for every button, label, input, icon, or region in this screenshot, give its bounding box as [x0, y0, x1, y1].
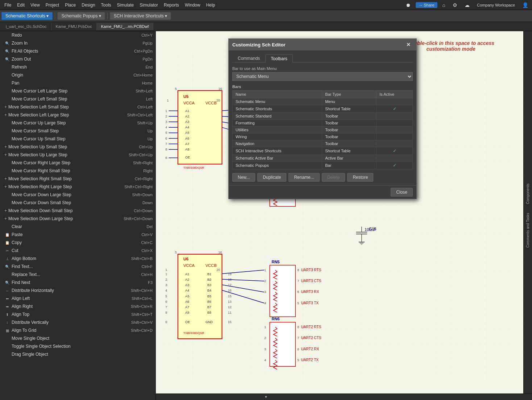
menu-icon: ➡ — [4, 305, 10, 309]
shortcuts-button[interactable]: Schematic Shortcuts ▾ — [1, 12, 53, 20]
menu-row[interactable]: Move Cursor Right Large Step Shift+Right — [0, 159, 155, 167]
menu-row[interactable]: + Move Selection Up Small Step Ctrl+Up — [0, 143, 155, 151]
svg-rect-134 — [270, 322, 295, 367]
menu-row[interactable]: 🔍 Fit All Objects Ctrl+PgDn — [0, 47, 155, 55]
menu-row[interactable]: 🔍 Find Text... Ctrl+F — [0, 263, 155, 271]
menu-row[interactable]: 🔍 Zoom In PgUp — [0, 39, 155, 47]
menu-row[interactable]: ▦ Align To Grid Shift+Ctrl+D — [0, 326, 155, 334]
menu-row[interactable]: ↔ Distribute Horizontally Shift+Ctrl+H — [0, 286, 155, 294]
table-row[interactable]: Wiring Toolbar — [233, 133, 413, 140]
menu-row[interactable]: Move Cursor Left Small Step Left — [0, 95, 155, 103]
menu-row[interactable]: Move Cursor Down Large Step Shift+Down — [0, 191, 155, 199]
user-icon[interactable]: 👤 — [520, 1, 531, 9]
menu-simulator[interactable]: Simulator — [137, 1, 161, 9]
menu-row[interactable]: Drag Single Object — [0, 350, 155, 358]
menu-row[interactable]: ➡ Align Right Shift+Ctrl+R — [0, 302, 155, 310]
menu-row[interactable]: + Move Selection Down Small Step Ctrl+Do… — [0, 207, 155, 215]
tab-pcbdoc[interactable]: Kame_FMU.PcbDoc — [51, 23, 97, 30]
new-button[interactable]: New... — [232, 173, 255, 182]
svg-text:13: 13 — [228, 300, 232, 304]
right-panel-comments[interactable]: Comments and Tasks — [525, 210, 531, 251]
menu-row[interactable]: Refresh End — [0, 63, 155, 71]
menu-view[interactable]: View — [28, 1, 43, 9]
table-row[interactable]: Schematic Active Bar Active Bar — [233, 155, 413, 162]
tab-pcbdwf[interactable]: Kame_FMU_...rm.PCBDwf — [97, 23, 153, 30]
menu-row[interactable]: + Move Selection Right Large Step Shift+… — [0, 183, 155, 191]
table-row[interactable]: Schematic Menu Menu — [233, 98, 413, 105]
table-row[interactable]: Schematic Standard Toolbar — [233, 113, 413, 120]
menu-row[interactable]: Move Single Object — [0, 334, 155, 342]
menu-item-shortcut: Ctrl+H — [141, 272, 153, 277]
tab-schdoc[interactable]: i_uart_esc_i2c.SchDoc — [1, 23, 51, 30]
menu-reports[interactable]: Reports — [161, 1, 182, 9]
table-row[interactable]: Formatting Toolbar — [233, 120, 413, 127]
menu-row[interactable]: Move Cursor Right Small Step Right — [0, 167, 155, 175]
menu-place[interactable]: Place — [62, 1, 79, 9]
menu-row[interactable]: Redo Ctrl+Y — [0, 31, 155, 39]
table-row[interactable]: SCH Interactive Shortcuts Shortcut Table… — [233, 147, 413, 155]
menu-row[interactable]: Pan Home — [0, 79, 155, 87]
interactive-button[interactable]: SCH Interactive Shortcuts ▾ — [110, 12, 171, 20]
menu-window[interactable]: Window — [182, 1, 203, 9]
table-row[interactable]: Schematic Popups Bar ✓ — [233, 162, 413, 169]
menu-simulate[interactable]: Simulate — [114, 1, 137, 9]
share-button[interactable]: → Share — [416, 2, 437, 8]
menu-row[interactable]: Toggle Single Object Selection — [0, 342, 155, 350]
right-panel-components[interactable]: Components — [525, 181, 531, 207]
table-row[interactable]: Schematic Shortcuts Shortcut Table ✓ — [233, 105, 413, 113]
menu-help[interactable]: Help — [203, 1, 218, 9]
menu-tools[interactable]: Tools — [98, 1, 114, 9]
dialog-title-bar[interactable]: Customizing Sch Editor ✕ — [229, 39, 416, 50]
menu-row[interactable]: Move Cursor Up Large Step Shift+Up — [0, 119, 155, 127]
menu-row[interactable]: Replace Text... Ctrl+H — [0, 271, 155, 279]
menu-row[interactable]: 📋 Paste Ctrl+V — [0, 231, 155, 239]
dialog-close-button[interactable]: ✕ — [404, 41, 413, 48]
menu-row[interactable]: Move Cursor Small Step Up — [0, 127, 155, 135]
menu-row[interactable]: ↕ Distribute Vertically Shift+Ctrl+V — [0, 318, 155, 326]
menu-row[interactable]: + Move Selection Up Large Step Shift+Ctr… — [0, 151, 155, 159]
svg-text:A3: A3 — [185, 120, 189, 124]
menu-row[interactable]: Origin Ctrl+Home — [0, 71, 155, 79]
menu-row[interactable]: ⊥ Align Bottom Shift+Ctrl+B — [0, 255, 155, 263]
bar-to-use-select[interactable]: Schematic Menu — [232, 72, 413, 81]
menu-row[interactable]: + Move Selection Left Small Step Ctrl+Le… — [0, 103, 155, 111]
menu-item-shortcut: Ctrl+Right — [135, 177, 153, 181]
menu-row[interactable]: + Move Selection Right Small Step Ctrl+R… — [0, 175, 155, 183]
menu-row[interactable]: Move Cursor Down Small Step Down — [0, 199, 155, 207]
menu-row[interactable]: ⬅ Align Left Shift+Ctrl+L — [0, 294, 155, 302]
bars-table-body: Schematic Menu Menu Schematic Shortcuts … — [233, 98, 413, 169]
tab-toolbars[interactable]: Toolbars — [265, 54, 292, 63]
table-row[interactable]: Utilities Toolbar — [233, 127, 413, 133]
workspace-label[interactable]: Company Workspace — [475, 2, 517, 8]
table-row[interactable]: Navigation Toolbar — [233, 140, 413, 147]
rename-button[interactable]: Rename... — [288, 173, 319, 182]
svg-text:8: 8 — [165, 148, 167, 151]
menu-file[interactable]: File — [1, 1, 14, 9]
schematic-canvas[interactable]: 100nF U5 VCCA VCCB A1 A2 A3 A4 A5 A6 A7 … — [156, 31, 523, 400]
menu-project[interactable]: Project — [43, 1, 62, 9]
menu-row[interactable]: ⬆ Align Top Shift+Ctrl+T — [0, 310, 155, 318]
tab-commands[interactable]: Commands — [232, 54, 265, 62]
menu-row[interactable]: ✂ Cut Ctrl+X — [0, 247, 155, 255]
settings-icon[interactable]: ⚙ — [450, 1, 460, 9]
menu-row[interactable]: 🔍 Zoom Out PgDn — [0, 55, 155, 63]
menu-row[interactable]: Move Cursor Left Large Step Shift+Left — [0, 87, 155, 95]
record-icon[interactable]: ⏺ — [403, 1, 413, 9]
menu-row[interactable]: + Move Selection Down Large Step Shift+C… — [0, 215, 155, 223]
menu-row[interactable]: + Move Selection Left Large Step Shift+C… — [0, 111, 155, 119]
menu-row[interactable]: Clear Del — [0, 223, 155, 231]
restore-button[interactable]: Restore — [347, 173, 373, 182]
menu-icon: 🔍 — [4, 49, 10, 53]
scroll-down-arrow[interactable]: ▼ — [261, 395, 271, 399]
menu-row[interactable]: 📋 Copy Ctrl+C — [0, 239, 155, 247]
menu-design[interactable]: Design — [79, 1, 98, 9]
bar-name-cell: Formatting — [233, 120, 322, 127]
menu-edit[interactable]: Edit — [14, 1, 28, 9]
popups-button[interactable]: Schematic Popups ▾ — [57, 12, 105, 20]
close-dialog-button[interactable]: Close — [391, 188, 413, 197]
menu-row[interactable]: 🔍 Find Next F3 — [0, 279, 155, 286]
home-icon[interactable]: ⌂ — [440, 1, 448, 9]
menu-row[interactable]: Move Cursor Up Small Step Up — [0, 135, 155, 143]
duplicate-button[interactable]: Duplicate — [257, 173, 286, 182]
delete-button[interactable]: Delete — [322, 173, 345, 182]
